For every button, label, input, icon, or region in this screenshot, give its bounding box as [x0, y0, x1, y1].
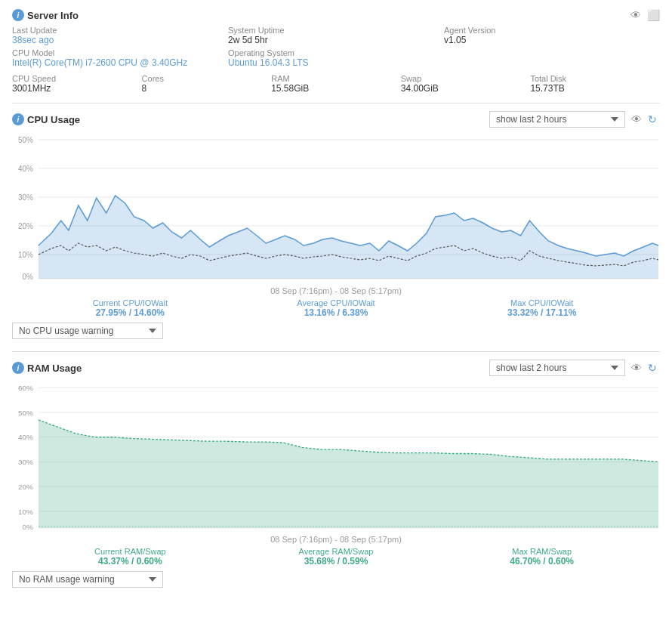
cpu-time-range: 08 Sep (7:16pm) - 08 Sep (5:17pm): [12, 286, 660, 295]
cpu-warning-select[interactable]: No CPU usage warning Warning at 50% Warn…: [12, 323, 163, 339]
ram-average-value: 35.68% / 0.59%: [233, 556, 439, 567]
ram-chart-wrapper: 60% 50% 40% 30% 20% 10% 0%: [12, 382, 660, 533]
cpu-average-value: 13.16% / 6.38%: [233, 307, 439, 318]
cpu-speed-spec: CPU Speed 3001MHz: [12, 74, 142, 94]
ram-current-label: Current RAM/Swap: [27, 547, 233, 556]
svg-text:40%: 40%: [18, 434, 33, 441]
svg-text:10%: 10%: [18, 251, 33, 259]
ram-current-value: 43.37% / 0.60%: [27, 556, 233, 567]
last-update-label: Last Update: [12, 26, 228, 35]
ram-average-label: Average RAM/Swap: [233, 547, 439, 556]
cpu-current-value: 27.95% / 14.60%: [27, 307, 233, 318]
cpu-max-stat: Max CPU/IOWait 33.32% / 17.11%: [439, 298, 645, 318]
operating-system-section: Operating System Ubuntu 16.04.3 LTS: [228, 48, 660, 68]
cpu-max-value: 33.32% / 17.11%: [439, 307, 645, 318]
server-info-title: i Server Info: [12, 9, 79, 21]
ram-chart-refresh-icon[interactable]: ↻: [648, 362, 660, 374]
cpu-speed-label: CPU Speed: [12, 74, 142, 83]
cpu-model-section: CPU Model Intel(R) Core(TM) i7-2600 CPU …: [12, 48, 228, 68]
svg-text:30%: 30%: [18, 458, 33, 466]
cores-value: 8: [142, 83, 272, 94]
ram-info-icon: i: [12, 362, 24, 374]
info-icon: i: [12, 9, 24, 21]
ram-warning-select[interactable]: No RAM usage warning Warning at 50% Warn…: [12, 571, 163, 588]
svg-text:20%: 20%: [18, 483, 33, 490]
disk-label: Total Disk: [530, 74, 660, 83]
ram-chart-eye-icon[interactable]: 👁: [631, 362, 642, 374]
agent-version-section: Agent Version v1.05: [444, 26, 660, 45]
uptime-value: 2w 5d 5hr: [228, 35, 444, 45]
svg-text:60%: 60%: [18, 384, 33, 391]
swap-label: Swap: [401, 74, 531, 83]
ram-max-label: Max RAM/Swap: [439, 547, 645, 556]
ram-value: 15.58GiB: [271, 83, 401, 94]
ram-time-range: 08 Sep (7:16pm) - 08 Sep (5:17pm): [12, 535, 660, 544]
cores-spec: Cores 8: [142, 74, 272, 94]
cpu-max-label: Max CPU/IOWait: [439, 298, 645, 307]
cpu-stats-row: Current CPU/IOWait 27.95% / 14.60% Avera…: [12, 298, 660, 318]
eye-icon[interactable]: 👁: [630, 9, 641, 21]
cpu-model-value: Intel(R) Core(TM) i7-2600 CPU @ 3.40GHz: [12, 57, 228, 68]
agent-version-label: Agent Version: [444, 26, 660, 35]
svg-text:0%: 0%: [23, 273, 34, 281]
svg-text:50%: 50%: [18, 409, 33, 416]
cpu-time-select[interactable]: show last 2 hours show last 6 hours show…: [489, 111, 625, 128]
ram-spec: RAM 15.58GiB: [271, 74, 401, 94]
swap-spec: Swap 34.00GiB: [401, 74, 531, 94]
cpu-model-label: CPU Model: [12, 48, 228, 57]
cpu-current-label: Current CPU/IOWait: [27, 298, 233, 307]
svg-text:20%: 20%: [18, 222, 33, 230]
cpu-average-label: Average CPU/IOWait: [233, 298, 439, 307]
ram-chart-title: i RAM Usage: [12, 362, 82, 374]
cpu-average-stat: Average CPU/IOWait 13.16% / 6.38%: [233, 298, 439, 318]
os-label: Operating System: [228, 48, 660, 57]
last-update-value: 38sec ago: [12, 35, 228, 45]
svg-text:10%: 10%: [18, 508, 33, 515]
ram-current-stat: Current RAM/Swap 43.37% / 0.60%: [27, 547, 233, 567]
ram-max-stat: Max RAM/Swap 46.70% / 0.60%: [439, 547, 645, 567]
disk-value: 15.73TB: [530, 83, 660, 94]
svg-text:0%: 0%: [23, 523, 34, 531]
svg-text:40%: 40%: [18, 165, 33, 173]
cpu-speed-value: 3001MHz: [12, 83, 142, 94]
ram-label: RAM: [271, 74, 401, 83]
svg-text:50%: 50%: [18, 136, 33, 144]
cores-label: Cores: [142, 74, 272, 83]
total-disk-spec: Total Disk 15.73TB: [530, 74, 660, 94]
cpu-chart-svg: 50% 40% 30% 20% 10% 0%: [12, 134, 660, 285]
cpu-chart-wrapper: 50% 40% 30% 20% 10% 0%: [12, 134, 660, 285]
svg-text:30%: 30%: [18, 193, 33, 202]
ram-chart-section: i RAM Usage show last 2 hours show last …: [12, 351, 660, 588]
ram-time-select[interactable]: show last 2 hours show last 6 hours show…: [489, 360, 625, 376]
cube-icon[interactable]: ⬜: [647, 9, 660, 21]
system-uptime-section: System Uptime 2w 5d 5hr: [228, 26, 444, 45]
ram-max-value: 46.70% / 0.60%: [439, 556, 645, 567]
ram-chart-svg: 60% 50% 40% 30% 20% 10% 0%: [12, 382, 660, 533]
uptime-label: System Uptime: [228, 26, 444, 35]
last-update-section: Last Update 38sec ago: [12, 26, 228, 45]
ram-stats-row: Current RAM/Swap 43.37% / 0.60% Average …: [12, 547, 660, 567]
agent-version-value: v1.05: [444, 35, 660, 45]
ram-average-stat: Average RAM/Swap 35.68% / 0.59%: [233, 547, 439, 567]
cpu-chart-section: i CPU Usage show last 2 hours show last …: [12, 103, 660, 339]
os-value: Ubuntu 16.04.3 LTS: [228, 57, 660, 68]
cpu-chart-refresh-icon[interactable]: ↻: [648, 113, 660, 125]
swap-value: 34.00GiB: [401, 83, 531, 94]
cpu-chart-eye-icon[interactable]: 👁: [631, 113, 642, 125]
cpu-current-stat: Current CPU/IOWait 27.95% / 14.60%: [27, 298, 233, 318]
cpu-chart-title: i CPU Usage: [12, 113, 80, 125]
cpu-info-icon: i: [12, 113, 24, 125]
